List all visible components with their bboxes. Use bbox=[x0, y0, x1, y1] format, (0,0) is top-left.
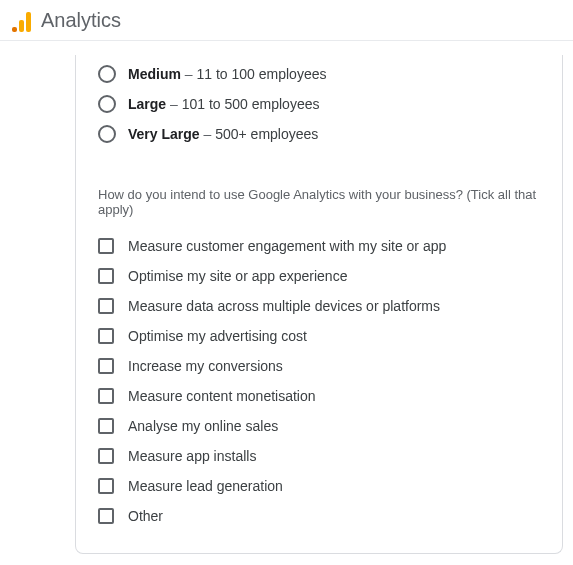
checkbox-icon bbox=[98, 418, 114, 434]
checkbox-label: Increase my conversions bbox=[128, 358, 283, 374]
checkbox-icon bbox=[98, 478, 114, 494]
radio-option-medium[interactable]: Medium – 11 to 100 employees bbox=[98, 59, 540, 89]
checkbox-label: Measure data across multiple devices or … bbox=[128, 298, 440, 314]
app-title: Analytics bbox=[41, 9, 121, 32]
checkbox-icon bbox=[98, 268, 114, 284]
checkbox-icon bbox=[98, 328, 114, 344]
app-header: Analytics bbox=[0, 0, 573, 41]
checkbox-label: Measure app installs bbox=[128, 448, 256, 464]
checkbox-increase-conversions[interactable]: Increase my conversions bbox=[98, 351, 540, 381]
checkbox-label: Optimise my site or app experience bbox=[128, 268, 347, 284]
checkbox-label: Other bbox=[128, 508, 163, 524]
question-text: How do you intend to use Google Analytic… bbox=[98, 187, 540, 217]
checkbox-label: Analyse my online sales bbox=[128, 418, 278, 434]
checkbox-icon bbox=[98, 508, 114, 524]
checkbox-icon bbox=[98, 298, 114, 314]
checkbox-label: Optimise my advertising cost bbox=[128, 328, 307, 344]
checkbox-label: Measure customer engagement with my site… bbox=[128, 238, 446, 254]
radio-option-large[interactable]: Large – 101 to 500 employees bbox=[98, 89, 540, 119]
checkbox-label: Measure lead generation bbox=[128, 478, 283, 494]
checkbox-content-monetisation[interactable]: Measure content monetisation bbox=[98, 381, 540, 411]
checkbox-icon bbox=[98, 388, 114, 404]
checkbox-icon bbox=[98, 238, 114, 254]
radio-label: Medium – 11 to 100 employees bbox=[128, 66, 326, 82]
checkbox-measure-devices[interactable]: Measure data across multiple devices or … bbox=[98, 291, 540, 321]
checkbox-other[interactable]: Other bbox=[98, 501, 540, 531]
analytics-logo-icon bbox=[12, 8, 31, 32]
radio-icon bbox=[98, 65, 116, 83]
checkbox-optimise-advertising[interactable]: Optimise my advertising cost bbox=[98, 321, 540, 351]
radio-icon bbox=[98, 95, 116, 113]
radio-label: Very Large – 500+ employees bbox=[128, 126, 318, 142]
checkbox-icon bbox=[98, 358, 114, 374]
checkbox-label: Measure content monetisation bbox=[128, 388, 316, 404]
form-card: Medium – 11 to 100 employees Large – 101… bbox=[75, 55, 563, 554]
main-content: Medium – 11 to 100 employees Large – 101… bbox=[0, 41, 573, 565]
radio-option-very-large[interactable]: Very Large – 500+ employees bbox=[98, 119, 540, 149]
radio-icon bbox=[98, 125, 116, 143]
checkbox-icon bbox=[98, 448, 114, 464]
checkbox-lead-generation[interactable]: Measure lead generation bbox=[98, 471, 540, 501]
checkbox-optimise-experience[interactable]: Optimise my site or app experience bbox=[98, 261, 540, 291]
checkbox-app-installs[interactable]: Measure app installs bbox=[98, 441, 540, 471]
checkbox-online-sales[interactable]: Analyse my online sales bbox=[98, 411, 540, 441]
checkbox-measure-engagement[interactable]: Measure customer engagement with my site… bbox=[98, 231, 540, 261]
radio-label: Large – 101 to 500 employees bbox=[128, 96, 319, 112]
